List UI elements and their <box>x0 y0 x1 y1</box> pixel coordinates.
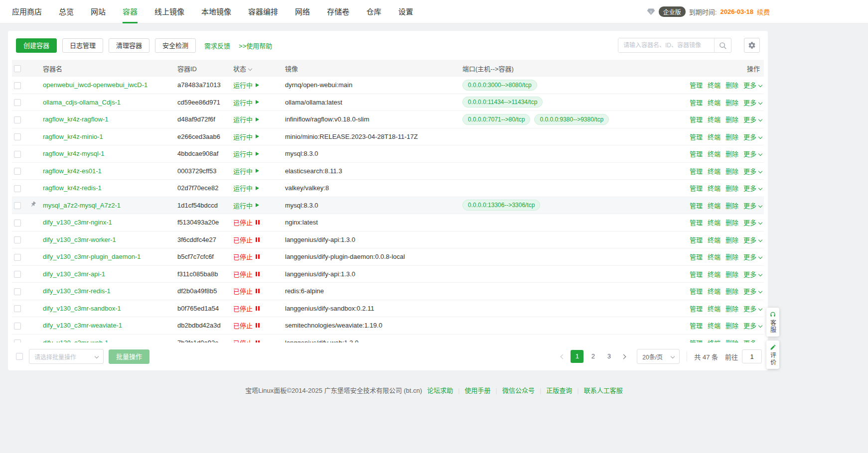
row-action-manage[interactable]: 管理 <box>690 166 703 176</box>
nav-item-应用商店[interactable]: 应用商店 <box>12 0 42 23</box>
row-action-terminal[interactable]: 终端 <box>708 321 721 330</box>
row-action-manage[interactable]: 管理 <box>690 286 703 296</box>
nav-item-存储卷[interactable]: 存储卷 <box>327 0 349 23</box>
row-checkbox[interactable] <box>14 254 21 261</box>
search-icon[interactable] <box>714 38 731 52</box>
row-action-manage[interactable]: 管理 <box>690 338 703 342</box>
row-action-delete[interactable]: 删除 <box>725 201 738 210</box>
batch-operation-select[interactable]: 请选择批量操作 <box>29 349 104 364</box>
row-checkbox[interactable] <box>14 236 21 243</box>
row-action-delete[interactable]: 删除 <box>725 286 738 296</box>
pause-icon[interactable] <box>256 306 261 311</box>
page-button-3[interactable]: 3 <box>602 350 615 363</box>
row-checkbox[interactable] <box>14 99 21 106</box>
nav-item-容器[interactable]: 容器 <box>123 0 138 23</box>
pause-icon[interactable] <box>256 237 261 242</box>
bottom-select-all-checkbox[interactable] <box>16 353 23 360</box>
container-name-link[interactable]: dify_v130_c3mr-sandbox-1 <box>43 305 121 312</box>
row-action-more[interactable]: 更多 <box>743 338 762 342</box>
container-name-link[interactable]: openwebui_iwcd-openwebui_iwcD-1 <box>43 81 147 89</box>
row-action-terminal[interactable]: 终端 <box>708 166 721 176</box>
security-check-button[interactable]: 安全检测 <box>155 38 196 53</box>
row-checkbox[interactable] <box>14 271 21 278</box>
row-checkbox[interactable] <box>14 185 21 192</box>
row-action-terminal[interactable]: 终端 <box>708 132 721 141</box>
nav-item-容器编排[interactable]: 容器编排 <box>248 0 278 23</box>
row-checkbox[interactable] <box>14 133 21 140</box>
nav-item-总览[interactable]: 总览 <box>59 0 74 23</box>
log-manage-button[interactable]: 日志管理 <box>62 38 103 53</box>
row-action-delete[interactable]: 删除 <box>725 183 738 193</box>
play-icon[interactable] <box>256 186 259 190</box>
row-action-terminal[interactable]: 终端 <box>708 269 721 279</box>
container-name-link[interactable]: dify_v130_c3mr-nginx-1 <box>43 219 112 226</box>
row-action-terminal[interactable]: 终端 <box>708 98 721 107</box>
row-action-manage[interactable]: 管理 <box>690 218 703 227</box>
row-checkbox[interactable] <box>14 151 21 158</box>
row-action-manage[interactable]: 管理 <box>690 304 703 313</box>
pause-icon[interactable] <box>256 272 261 276</box>
pause-icon[interactable] <box>256 340 261 342</box>
play-icon[interactable] <box>256 83 259 87</box>
row-action-delete[interactable]: 删除 <box>725 338 738 342</box>
container-name-link[interactable]: mysql_a7z2-mysql_A7z2-1 <box>43 202 121 209</box>
row-action-manage[interactable]: 管理 <box>690 183 703 193</box>
row-action-more[interactable]: 更多 <box>743 321 762 330</box>
row-checkbox[interactable] <box>14 323 21 330</box>
pause-icon[interactable] <box>256 254 261 259</box>
row-action-terminal[interactable]: 终端 <box>708 114 721 124</box>
row-action-manage[interactable]: 管理 <box>690 201 703 210</box>
row-action-terminal[interactable]: 终端 <box>708 218 721 227</box>
row-action-more[interactable]: 更多 <box>743 166 762 176</box>
renew-link[interactable]: 续费 <box>757 7 770 16</box>
footer-link-1[interactable]: 论坛求助 <box>427 387 453 394</box>
clean-container-button[interactable]: 清理容器 <box>109 38 149 53</box>
row-action-more[interactable]: 更多 <box>743 149 762 158</box>
row-action-delete[interactable]: 删除 <box>725 304 738 313</box>
play-icon[interactable] <box>256 152 259 156</box>
nav-item-网站[interactable]: 网站 <box>91 0 106 23</box>
footer-link-4[interactable]: 正版查询 <box>546 387 572 394</box>
row-checkbox[interactable] <box>14 168 21 175</box>
nav-item-设置[interactable]: 设置 <box>398 0 413 23</box>
row-action-more[interactable]: 更多 <box>743 80 762 90</box>
row-checkbox[interactable] <box>14 288 21 295</box>
row-action-more[interactable]: 更多 <box>743 252 762 261</box>
row-action-delete[interactable]: 删除 <box>725 321 738 330</box>
row-action-manage[interactable]: 管理 <box>690 235 703 244</box>
status-filter[interactable]: 状态 <box>233 64 285 73</box>
row-action-manage[interactable]: 管理 <box>690 252 703 261</box>
row-checkbox[interactable] <box>14 82 21 89</box>
row-action-manage[interactable]: 管理 <box>690 114 703 124</box>
row-action-manage[interactable]: 管理 <box>690 149 703 158</box>
review-button[interactable]: 评价 <box>766 340 779 369</box>
row-action-more[interactable]: 更多 <box>743 269 762 279</box>
nav-item-本地镜像[interactable]: 本地镜像 <box>201 0 231 23</box>
row-action-terminal[interactable]: 终端 <box>708 183 721 193</box>
create-container-button[interactable]: 创建容器 <box>16 38 57 53</box>
help-link[interactable]: >>使用帮助 <box>239 41 272 50</box>
select-all-checkbox[interactable] <box>14 65 21 72</box>
pause-icon[interactable] <box>256 220 261 225</box>
row-action-terminal[interactable]: 终端 <box>708 286 721 296</box>
play-icon[interactable] <box>256 100 259 104</box>
pin-icon[interactable] <box>28 200 37 209</box>
nav-item-网络[interactable]: 网络 <box>295 0 310 23</box>
batch-operation-button[interactable]: 批量操作 <box>109 349 149 364</box>
page-size-select[interactable]: 20条/页 <box>637 349 680 364</box>
container-name-link[interactable]: ollama_cdjs-ollama_Cdjs-1 <box>43 99 121 106</box>
row-action-more[interactable]: 更多 <box>743 132 762 141</box>
play-icon[interactable] <box>256 117 259 121</box>
next-page-button[interactable] <box>617 350 630 363</box>
search-input[interactable] <box>618 38 714 52</box>
play-icon[interactable] <box>256 169 259 173</box>
row-action-terminal[interactable]: 终端 <box>708 338 721 342</box>
row-action-delete[interactable]: 删除 <box>725 252 738 261</box>
container-name-link[interactable]: dify_v130_c3mr-redis-1 <box>43 287 111 295</box>
container-name-link[interactable]: ragflow_kr4z-ragflow-1 <box>43 115 109 123</box>
row-action-more[interactable]: 更多 <box>743 218 762 227</box>
row-action-more[interactable]: 更多 <box>743 286 762 296</box>
page-button-1[interactable]: 1 <box>571 350 583 363</box>
row-action-delete[interactable]: 删除 <box>725 269 738 279</box>
row-action-more[interactable]: 更多 <box>743 114 762 124</box>
